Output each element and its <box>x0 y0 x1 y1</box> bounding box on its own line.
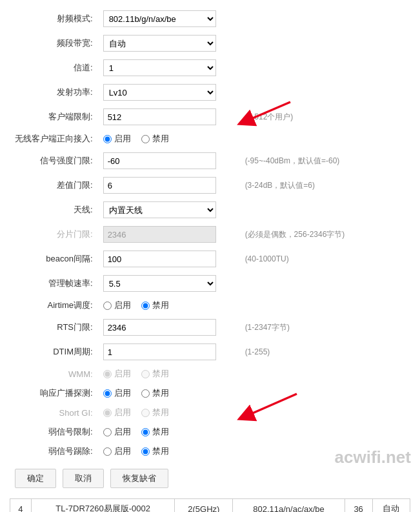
select-bandwidth[interactable]: 自动 <box>103 35 216 52</box>
hint-diff-threshold: (3-24dB，默认值=6) <box>240 173 410 198</box>
form-row-mgmt-rate: 管理帧速率:5.5 <box>10 271 410 296</box>
label-weak-signal-kick: 弱信号踢除: <box>10 442 98 461</box>
hint-short-gi <box>240 403 410 422</box>
form-row-client-limit: 客户端限制:(1-512个用户) <box>10 105 410 129</box>
input-beacon-interval[interactable] <box>103 251 216 267</box>
select-tx-power[interactable]: Lv10 <box>103 84 216 101</box>
footer-cell-5: 自动 <box>372 499 410 513</box>
value-weak-signal-limit: 启用禁用 <box>98 422 240 442</box>
footer-table: 4TL-7DR7260易展版-00022(5GHz)802.11a/n/ac/a… <box>10 498 410 512</box>
hint-wmm <box>240 364 410 384</box>
restore-button[interactable]: 恢复缺省 <box>110 469 168 488</box>
radio-input-disable-weak-signal-kick[interactable] <box>141 447 150 456</box>
radio-enable-short-gi: 启用 <box>103 407 131 418</box>
radio-enable-weak-signal-limit[interactable]: 启用 <box>103 426 131 438</box>
radio-input-disable-airtime[interactable] <box>141 302 150 310</box>
input-fragment <box>103 226 216 243</box>
value-radio-mode: 802.11b/g/n/ax/be <box>98 6 240 31</box>
radio-enable-label-airtime: 启用 <box>114 300 131 311</box>
radio-input-enable-multicast-enhance[interactable] <box>103 389 112 398</box>
radio-disable-short-gi: 禁用 <box>141 407 169 418</box>
radio-disable-direct-access[interactable]: 禁用 <box>141 133 169 145</box>
radio-enable-label-multicast-enhance: 启用 <box>114 387 131 399</box>
radio-input-disable-multicast-enhance[interactable] <box>141 389 150 398</box>
hint-client-limit: (1-512个用户) <box>240 105 410 129</box>
radio-input-disable-short-gi <box>141 409 150 417</box>
hint-radio-mode <box>240 6 410 31</box>
input-signal-threshold[interactable] <box>103 152 216 169</box>
radio-enable-label-weak-signal-kick: 启用 <box>114 445 131 457</box>
hint-fragment: (必须是偶数，256-2346字节) <box>240 222 410 247</box>
label-weak-signal-limit: 弱信号限制: <box>10 422 98 442</box>
hint-multicast-enhance <box>240 384 410 403</box>
radio-enable-multicast-enhance[interactable]: 启用 <box>103 387 131 399</box>
value-multicast-enhance: 启用禁用 <box>98 384 240 403</box>
label-client-limit: 客户端限制: <box>10 105 98 129</box>
hint-rts: (1-2347字节) <box>240 315 410 340</box>
confirm-button[interactable]: 确定 <box>15 469 56 488</box>
form-row-multicast-enhance: 响应广播探测:启用禁用 <box>10 384 410 403</box>
select-mgmt-rate[interactable]: 5.5 <box>103 275 216 292</box>
cancel-button[interactable]: 取消 <box>63 469 104 488</box>
radio-disable-label-weak-signal-kick: 禁用 <box>152 445 169 457</box>
radio-input-disable-direct-access[interactable] <box>141 135 150 143</box>
radio-input-enable-wmm <box>103 370 112 378</box>
form-row-weak-signal-limit: 弱信号限制:启用禁用 <box>10 422 410 442</box>
value-channel: 1 <box>98 56 240 80</box>
button-row: 确定 取消 恢复缺省 <box>10 461 410 496</box>
input-client-limit[interactable] <box>103 108 216 125</box>
form-row-bandwidth: 频段带宽:自动 <box>10 31 410 56</box>
radio-input-enable-weak-signal-limit[interactable] <box>103 428 112 436</box>
form-row-weak-signal-kick: 弱信号踢除:启用禁用 <box>10 442 410 461</box>
form-row-diff-threshold: 差值门限:(3-24dB，默认值=6) <box>10 173 410 198</box>
radio-disable-airtime[interactable]: 禁用 <box>141 300 169 311</box>
radio-enable-direct-access[interactable]: 启用 <box>103 133 131 145</box>
value-weak-signal-kick: 启用禁用 <box>98 442 240 461</box>
form-row-short-gi: Short GI:启用禁用 <box>10 403 410 422</box>
radio-disable-weak-signal-kick[interactable]: 禁用 <box>141 445 169 457</box>
value-mgmt-rate: 5.5 <box>98 271 240 296</box>
hint-weak-signal-kick <box>240 442 410 461</box>
label-bandwidth: 频段带宽: <box>10 31 98 56</box>
select-antenna[interactable]: 内置天线 <box>103 201 216 218</box>
footer-row: 4TL-7DR7260易展版-00022(5GHz)802.11a/n/ac/a… <box>10 499 410 513</box>
form-row-tx-power: 发射功率:Lv10 <box>10 80 410 105</box>
form-row-signal-threshold: 信号强度门限:(-95~-40dBm，默认值=-60) <box>10 148 410 173</box>
radio-disable-weak-signal-limit[interactable]: 禁用 <box>141 426 169 438</box>
value-diff-threshold <box>98 173 240 198</box>
select-radio-mode[interactable]: 802.11b/g/n/ax/be <box>103 10 216 27</box>
value-fragment <box>98 222 240 247</box>
radio-input-enable-weak-signal-kick[interactable] <box>103 447 112 456</box>
radio-input-enable-airtime[interactable] <box>103 302 112 310</box>
radio-input-disable-weak-signal-limit[interactable] <box>141 428 150 436</box>
value-airtime: 启用禁用 <box>98 296 240 315</box>
value-beacon-interval <box>98 247 240 271</box>
label-tx-power: 发射功率: <box>10 80 98 105</box>
footer-cell-3: 802.11a/n/ac/ax/be <box>233 499 345 513</box>
radio-disable-label-airtime: 禁用 <box>152 300 169 311</box>
hint-mgmt-rate <box>240 271 410 296</box>
input-diff-threshold[interactable] <box>103 177 216 194</box>
label-airtime: Airtime调度: <box>10 296 98 315</box>
value-client-limit <box>98 105 240 129</box>
form-row-direct-access: 无线客户端正向接入:启用禁用 <box>10 129 410 148</box>
label-direct-access: 无线客户端正向接入: <box>10 129 98 148</box>
label-beacon-interval: beacon间隔: <box>10 247 98 271</box>
footer-cell-1: TL-7DR7260易展版-0002 <box>31 499 175 513</box>
hint-tx-power <box>240 80 410 105</box>
form-row-dtim: DTIM周期:(1-255) <box>10 340 410 364</box>
form-row-fragment: 分片门限:(必须是偶数，256-2346字节) <box>10 222 410 247</box>
select-channel[interactable]: 1 <box>103 59 216 76</box>
radio-input-disable-wmm <box>141 370 150 378</box>
input-dtim[interactable] <box>103 343 216 360</box>
radio-disable-multicast-enhance[interactable]: 禁用 <box>141 387 169 399</box>
hint-beacon-interval: (40-1000TU) <box>240 247 410 271</box>
radio-input-enable-direct-access[interactable] <box>103 135 112 143</box>
value-direct-access: 启用禁用 <box>98 129 240 148</box>
radio-enable-weak-signal-kick[interactable]: 启用 <box>103 445 131 457</box>
label-diff-threshold: 差值门限: <box>10 173 98 198</box>
radio-enable-label-wmm: 启用 <box>114 368 131 380</box>
footer-cell-0: 4 <box>10 499 32 513</box>
input-rts[interactable] <box>103 319 216 336</box>
radio-enable-airtime[interactable]: 启用 <box>103 300 131 311</box>
